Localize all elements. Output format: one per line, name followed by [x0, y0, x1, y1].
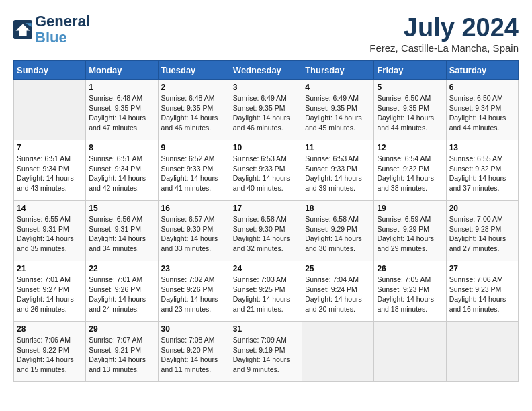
day-content: Sunrise: 6:51 AM Sunset: 9:34 PM Dayligh… [89, 154, 154, 193]
day-content: Sunrise: 6:59 AM Sunset: 9:29 PM Dayligh… [377, 214, 443, 254]
calendar-cell: 21Sunrise: 7:01 AM Sunset: 9:27 PM Dayli… [14, 261, 86, 322]
day-number: 26 [377, 264, 443, 273]
day-content: Sunrise: 7:07 AM Sunset: 9:21 PM Dayligh… [89, 335, 154, 375]
calendar-cell [14, 80, 86, 140]
day-content: Sunrise: 6:55 AM Sunset: 9:32 PM Dayligh… [449, 154, 515, 193]
weekday-header-friday: Friday [374, 61, 446, 80]
day-content: Sunrise: 6:49 AM Sunset: 9:35 PM Dayligh… [233, 93, 299, 133]
calendar-cell: 9Sunrise: 6:52 AM Sunset: 9:33 PM Daylig… [158, 140, 230, 201]
calendar-cell [302, 322, 374, 382]
calendar-week-2: 7Sunrise: 6:51 AM Sunset: 9:34 PM Daylig… [14, 140, 519, 201]
calendar-cell: 23Sunrise: 7:02 AM Sunset: 9:26 PM Dayli… [158, 261, 230, 322]
weekday-header-tuesday: Tuesday [158, 61, 230, 80]
day-number: 25 [305, 264, 371, 273]
day-content: Sunrise: 6:53 AM Sunset: 9:33 PM Dayligh… [305, 154, 371, 193]
day-number: 8 [89, 143, 154, 152]
day-content: Sunrise: 7:00 AM Sunset: 9:28 PM Dayligh… [449, 214, 515, 254]
day-number: 11 [305, 143, 371, 152]
calendar-cell: 20Sunrise: 7:00 AM Sunset: 9:28 PM Dayli… [446, 201, 518, 261]
day-content: Sunrise: 6:48 AM Sunset: 9:35 PM Dayligh… [89, 93, 154, 133]
day-number: 31 [233, 324, 299, 334]
logo-icon [13, 20, 32, 39]
calendar-week-4: 21Sunrise: 7:01 AM Sunset: 9:27 PM Dayli… [14, 261, 519, 322]
day-number: 4 [305, 83, 371, 92]
day-number: 2 [161, 83, 227, 92]
calendar-cell: 17Sunrise: 6:58 AM Sunset: 9:30 PM Dayli… [230, 201, 302, 261]
day-number: 30 [161, 324, 227, 334]
weekday-header-thursday: Thursday [302, 61, 374, 80]
day-content: Sunrise: 7:01 AM Sunset: 9:26 PM Dayligh… [89, 275, 154, 314]
day-content: Sunrise: 6:52 AM Sunset: 9:33 PM Dayligh… [161, 154, 227, 193]
calendar-cell: 28Sunrise: 7:06 AM Sunset: 9:22 PM Dayli… [14, 322, 86, 382]
day-number: 14 [17, 203, 83, 213]
calendar-cell: 14Sunrise: 6:55 AM Sunset: 9:31 PM Dayli… [14, 201, 86, 261]
calendar-cell: 15Sunrise: 6:56 AM Sunset: 9:31 PM Dayli… [86, 201, 158, 261]
calendar-cell [446, 322, 518, 382]
calendar-week-5: 28Sunrise: 7:06 AM Sunset: 9:22 PM Dayli… [14, 322, 519, 382]
weekday-header-monday: Monday [86, 61, 158, 80]
day-number: 6 [449, 83, 515, 92]
month-year: July 2024 [369, 13, 519, 42]
day-content: Sunrise: 6:48 AM Sunset: 9:35 PM Dayligh… [161, 93, 227, 133]
day-content: Sunrise: 7:08 AM Sunset: 9:20 PM Dayligh… [161, 335, 227, 375]
calendar-cell: 24Sunrise: 7:03 AM Sunset: 9:25 PM Dayli… [230, 261, 302, 322]
calendar-cell: 7Sunrise: 6:51 AM Sunset: 9:34 PM Daylig… [14, 140, 86, 201]
calendar-cell: 27Sunrise: 7:06 AM Sunset: 9:23 PM Dayli… [446, 261, 518, 322]
calendar-cell: 11Sunrise: 6:53 AM Sunset: 9:33 PM Dayli… [302, 140, 374, 201]
day-number: 5 [377, 83, 443, 92]
calendar-cell: 2Sunrise: 6:48 AM Sunset: 9:35 PM Daylig… [158, 80, 230, 140]
day-content: Sunrise: 6:51 AM Sunset: 9:34 PM Dayligh… [17, 154, 83, 193]
day-content: Sunrise: 7:04 AM Sunset: 9:24 PM Dayligh… [305, 275, 371, 314]
day-content: Sunrise: 7:06 AM Sunset: 9:22 PM Dayligh… [17, 335, 83, 375]
day-number: 18 [305, 203, 371, 213]
day-number: 29 [89, 324, 154, 334]
day-number: 22 [89, 264, 154, 273]
day-content: Sunrise: 6:58 AM Sunset: 9:29 PM Dayligh… [305, 214, 371, 254]
day-content: Sunrise: 6:53 AM Sunset: 9:33 PM Dayligh… [233, 154, 299, 193]
calendar-cell: 31Sunrise: 7:09 AM Sunset: 9:19 PM Dayli… [230, 322, 302, 382]
day-content: Sunrise: 7:02 AM Sunset: 9:26 PM Dayligh… [161, 275, 227, 314]
day-content: Sunrise: 6:55 AM Sunset: 9:31 PM Dayligh… [17, 214, 83, 254]
calendar-cell: 4Sunrise: 6:49 AM Sunset: 9:35 PM Daylig… [302, 80, 374, 140]
day-content: Sunrise: 6:50 AM Sunset: 9:35 PM Dayligh… [377, 93, 443, 133]
weekday-header-wednesday: Wednesday [230, 61, 302, 80]
calendar-cell: 25Sunrise: 7:04 AM Sunset: 9:24 PM Dayli… [302, 261, 374, 322]
calendar-body: 1Sunrise: 6:48 AM Sunset: 9:35 PM Daylig… [14, 80, 519, 382]
calendar-cell: 10Sunrise: 6:53 AM Sunset: 9:33 PM Dayli… [230, 140, 302, 201]
calendar-cell: 5Sunrise: 6:50 AM Sunset: 9:35 PM Daylig… [374, 80, 446, 140]
day-content: Sunrise: 7:03 AM Sunset: 9:25 PM Dayligh… [233, 275, 299, 314]
day-number: 28 [17, 324, 83, 334]
day-number: 1 [89, 83, 154, 92]
calendar-week-3: 14Sunrise: 6:55 AM Sunset: 9:31 PM Dayli… [14, 201, 519, 261]
calendar-cell: 3Sunrise: 6:49 AM Sunset: 9:35 PM Daylig… [230, 80, 302, 140]
weekday-header-row: SundayMondayTuesdayWednesdayThursdayFrid… [14, 61, 519, 80]
day-number: 9 [161, 143, 227, 152]
weekday-header-sunday: Sunday [14, 61, 86, 80]
day-number: 24 [233, 264, 299, 273]
logo-text: General Blue [35, 13, 90, 46]
calendar-cell: 1Sunrise: 6:48 AM Sunset: 9:35 PM Daylig… [86, 80, 158, 140]
day-number: 10 [233, 143, 299, 152]
day-number: 12 [377, 143, 443, 152]
day-content: Sunrise: 7:01 AM Sunset: 9:27 PM Dayligh… [17, 275, 83, 314]
day-number: 17 [233, 203, 299, 213]
day-number: 3 [233, 83, 299, 92]
calendar-cell: 29Sunrise: 7:07 AM Sunset: 9:21 PM Dayli… [86, 322, 158, 382]
calendar-table: SundayMondayTuesdayWednesdayThursdayFrid… [13, 60, 519, 382]
day-content: Sunrise: 7:06 AM Sunset: 9:23 PM Dayligh… [449, 275, 515, 314]
calendar-cell: 18Sunrise: 6:58 AM Sunset: 9:29 PM Dayli… [302, 201, 374, 261]
calendar-week-1: 1Sunrise: 6:48 AM Sunset: 9:35 PM Daylig… [14, 80, 519, 140]
calendar-cell: 26Sunrise: 7:05 AM Sunset: 9:23 PM Dayli… [374, 261, 446, 322]
day-number: 19 [377, 203, 443, 213]
calendar-cell: 30Sunrise: 7:08 AM Sunset: 9:20 PM Dayli… [158, 322, 230, 382]
day-number: 27 [449, 264, 515, 273]
day-number: 21 [17, 264, 83, 273]
calendar-cell: 16Sunrise: 6:57 AM Sunset: 9:30 PM Dayli… [158, 201, 230, 261]
day-content: Sunrise: 6:50 AM Sunset: 9:34 PM Dayligh… [449, 93, 515, 133]
day-number: 20 [449, 203, 515, 213]
day-content: Sunrise: 6:58 AM Sunset: 9:30 PM Dayligh… [233, 214, 299, 254]
day-number: 7 [17, 143, 83, 152]
calendar-cell [374, 322, 446, 382]
calendar-cell: 19Sunrise: 6:59 AM Sunset: 9:29 PM Dayli… [374, 201, 446, 261]
day-content: Sunrise: 7:05 AM Sunset: 9:23 PM Dayligh… [377, 275, 443, 314]
